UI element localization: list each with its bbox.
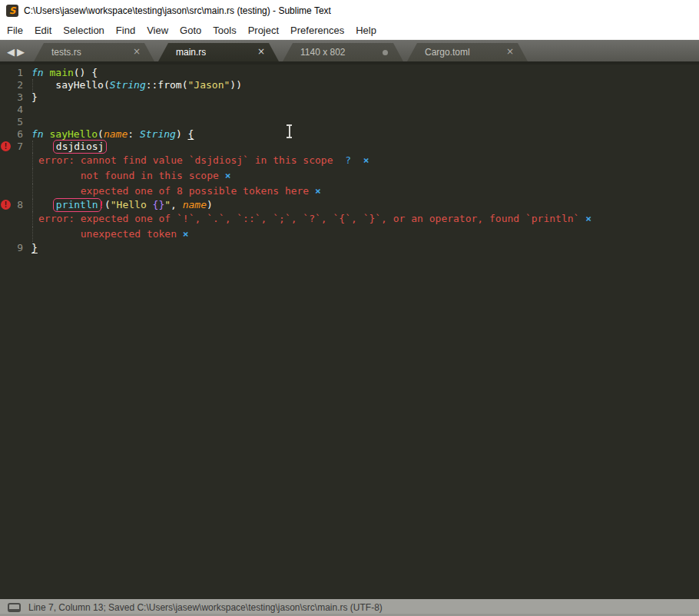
gutter: 2 <box>0 79 28 91</box>
tab-strip: tests.rs×main.rs×1140 x 802Cargo.toml× <box>34 43 532 61</box>
code-line: 4 <box>0 104 699 116</box>
gutter: 3 <box>0 91 28 104</box>
error-annotation-line: unexpected token × <box>0 227 699 242</box>
menu-file[interactable]: File <box>7 25 23 36</box>
line-content: sayHello(String::from("Jason")) <box>28 79 242 91</box>
menu-edit[interactable]: Edit <box>35 25 51 36</box>
annotation-close-icon[interactable]: × <box>183 228 189 240</box>
tab-main.rs[interactable]: main.rs× <box>158 43 279 61</box>
line-number: 2 <box>17 79 23 91</box>
line-number: 6 <box>17 128 23 140</box>
gutter <box>0 168 28 184</box>
error-region-box: dsjdiosj <box>53 140 108 154</box>
menu-selection[interactable]: Selection <box>63 25 104 36</box>
line-content: } <box>28 91 38 104</box>
line-content <box>28 104 31 116</box>
tab-close-icon[interactable]: × <box>257 46 265 57</box>
annotation-close-icon[interactable]: × <box>585 213 591 224</box>
line-number: 1 <box>17 67 23 78</box>
tab-label: tests.rs <box>34 47 81 58</box>
line-content: expected one of 8 possible tokens here × <box>28 184 321 199</box>
mouse-ibeam-cursor <box>286 124 293 138</box>
window-title: C:\Users\jasew\workspace\testing\jason\s… <box>24 5 331 16</box>
tab-tests.rs[interactable]: tests.rs× <box>34 43 154 61</box>
annotation-close-icon[interactable]: × <box>363 154 369 166</box>
line-number: 9 <box>17 242 23 253</box>
line-number: 4 <box>17 104 23 115</box>
gutter: 6 <box>0 128 28 141</box>
line-content: } <box>28 242 38 254</box>
title-bar: S C:\Users\jasew\workspace\testing\jason… <box>0 0 699 22</box>
code-line: !7 dsjdiosj <box>0 141 699 153</box>
menu-goto[interactable]: Goto <box>180 25 201 36</box>
line-number: 5 <box>17 116 23 128</box>
status-text: Line 7, Column 13; Saved C:\Users\jasew\… <box>28 602 383 613</box>
line-content: error: expected one of `!`, `.`, `::`, `… <box>28 211 591 227</box>
error-annotation-line: not found in this scope × <box>0 168 699 184</box>
menu-project[interactable]: Project <box>248 25 279 36</box>
panel-toggle-icon[interactable] <box>8 603 21 612</box>
line-number: 8 <box>17 199 23 210</box>
code-line: 9} <box>0 242 699 254</box>
code-line: !8 println!("Hello {}", name) <box>0 199 699 211</box>
editor-rows: 1fn main() {2 sayHello(String::from("Jas… <box>0 67 699 254</box>
gutter: 5 <box>0 116 28 128</box>
annotation-close-icon[interactable]: × <box>225 170 231 181</box>
tab-modified-dot-icon <box>383 50 388 55</box>
line-number: 7 <box>17 141 23 152</box>
menu-preferences[interactable]: Preferences <box>290 25 344 36</box>
line-content <box>28 116 31 128</box>
annotation-help-icon[interactable]: ? <box>345 154 351 166</box>
error-gutter-icon: ! <box>1 200 11 210</box>
line-content: unexpected token × <box>28 227 189 242</box>
annotation-close-icon[interactable]: × <box>315 185 321 197</box>
gutter: 1 <box>0 67 28 79</box>
line-content: fn main() { <box>28 67 98 79</box>
line-content: println!("Hello {}", name) <box>28 199 213 211</box>
gutter: !8 <box>0 199 28 211</box>
tab-close-icon[interactable]: × <box>133 46 141 57</box>
line-content: not found in this scope × <box>28 168 230 184</box>
error-region-box: println <box>53 198 101 212</box>
tab-label: Cargo.toml <box>407 47 470 58</box>
sublime-text-window: S C:\Users\jasew\workspace\testing\jason… <box>0 0 699 616</box>
gutter <box>0 227 28 242</box>
tab-label: 1140 x 802 <box>283 47 346 58</box>
code-line: 1fn main() { <box>0 67 699 79</box>
tab-bar: ◀ ▶ tests.rs×main.rs×1140 x 802Cargo.tom… <box>0 40 699 65</box>
menu-view[interactable]: View <box>147 25 168 36</box>
error-gutter-icon: ! <box>1 141 11 151</box>
editor-pane[interactable]: 1fn main() {2 sayHello(String::from("Jas… <box>0 65 699 599</box>
error-annotation-line: error: expected one of `!`, `.`, `::`, `… <box>0 211 699 227</box>
menu-bar: FileEditSelectionFindViewGotoToolsProjec… <box>0 22 699 40</box>
gutter <box>0 184 28 199</box>
error-annotation-line: expected one of 8 possible tokens here × <box>0 184 699 199</box>
code-line: 6fn sayHello(name: String) { <box>0 128 699 141</box>
gutter: !7 <box>0 141 28 153</box>
gutter: 9 <box>0 242 28 254</box>
tab-label: main.rs <box>158 47 206 58</box>
tab-close-icon[interactable]: × <box>506 46 514 57</box>
menu-tools[interactable]: Tools <box>213 25 236 36</box>
menu-help[interactable]: Help <box>356 25 376 36</box>
menu-find[interactable]: Find <box>116 25 135 36</box>
line-content: error: cannot find value `dsjdiosj` in t… <box>28 153 369 168</box>
nav-forward-icon[interactable]: ▶ <box>17 47 25 58</box>
code-line: 5 <box>0 116 699 128</box>
gutter <box>0 153 28 168</box>
code-line: 3} <box>0 91 699 104</box>
gutter <box>0 211 28 227</box>
code-line: 2 sayHello(String::from("Jason")) <box>0 79 699 91</box>
tab-cargo.toml[interactable]: Cargo.toml× <box>407 43 528 61</box>
line-number: 3 <box>17 91 23 103</box>
line-content: fn sayHello(name: String) { <box>28 128 194 141</box>
error-annotation-line: error: cannot find value `dsjdiosj` in t… <box>0 153 699 168</box>
tab-nav-arrows: ◀ ▶ <box>7 47 25 58</box>
line-content: dsjdiosj <box>28 141 104 153</box>
sublime-logo-icon: S <box>6 5 18 17</box>
tab-1140-x-802[interactable]: 1140 x 802 <box>283 43 403 61</box>
nav-back-icon[interactable]: ◀ <box>7 47 15 58</box>
status-bar: Line 7, Column 13; Saved C:\Users\jasew\… <box>0 599 699 616</box>
gutter: 4 <box>0 104 28 116</box>
